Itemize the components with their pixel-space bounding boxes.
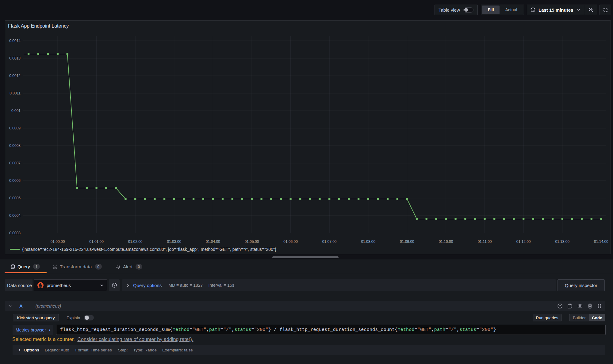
svg-text:01:01:00: 01:01:00 [89, 239, 104, 244]
svg-text:01:03:00: 01:03:00 [167, 239, 181, 244]
svg-text:0.0014: 0.0014 [9, 39, 21, 43]
svg-text:0.0004: 0.0004 [9, 213, 21, 218]
svg-text:01:10:00: 01:10:00 [439, 239, 453, 244]
svg-text:01:13:00: 01:13:00 [555, 239, 569, 244]
svg-text:01:11:00: 01:11:00 [478, 239, 492, 244]
svg-text:0.0006: 0.0006 [9, 178, 21, 183]
svg-text:01:14:00: 01:14:00 [594, 239, 608, 244]
svg-text:0.001: 0.001 [11, 109, 21, 113]
svg-text:01:12:00: 01:12:00 [516, 239, 531, 244]
svg-text:0.0008: 0.0008 [9, 144, 21, 148]
svg-text:01:08:00: 01:08:00 [361, 239, 375, 244]
svg-text:01:02:00: 01:02:00 [128, 239, 143, 244]
svg-text:01:05:00: 01:05:00 [245, 239, 259, 244]
svg-text:0.0012: 0.0012 [9, 74, 21, 78]
svg-text:01:07:00: 01:07:00 [322, 239, 337, 244]
svg-text:01:04:00: 01:04:00 [206, 239, 220, 244]
svg-text:0.0013: 0.0013 [9, 56, 21, 60]
svg-text:01:06:00: 01:06:00 [283, 239, 298, 244]
svg-text:0.0009: 0.0009 [9, 126, 21, 130]
svg-text:0.0003: 0.0003 [9, 231, 21, 235]
svg-text:01:09:00: 01:09:00 [400, 239, 414, 244]
svg-text:01:00:00: 01:00:00 [51, 239, 65, 244]
svg-text:0.0005: 0.0005 [9, 196, 21, 200]
svg-text:0.0007: 0.0007 [9, 161, 21, 165]
svg-text:0.0011: 0.0011 [10, 91, 21, 95]
